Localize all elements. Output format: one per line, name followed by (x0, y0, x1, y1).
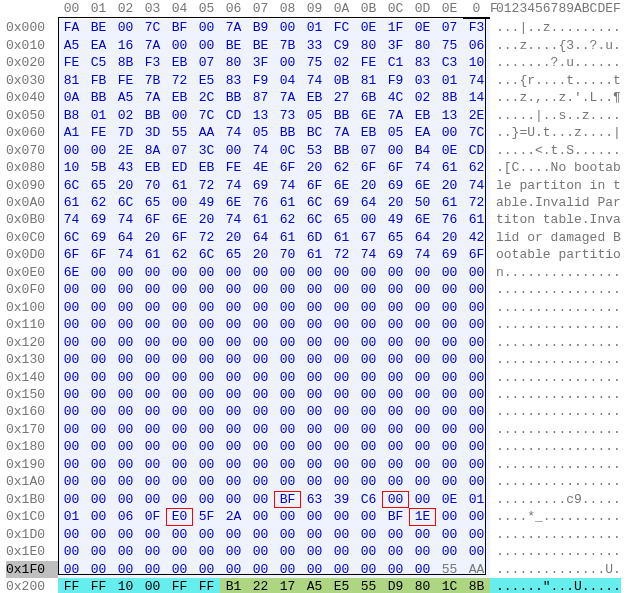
hex-byte[interactable]: 75 (436, 37, 463, 54)
hex-byte[interactable]: 00 (58, 526, 85, 543)
hex-byte[interactable]: 00 (166, 194, 193, 211)
hex-byte[interactable]: 07 (193, 54, 220, 71)
hex-byte[interactable]: 00 (328, 561, 355, 578)
hex-byte[interactable]: 00 (355, 386, 382, 403)
hex-byte[interactable]: 00 (436, 543, 463, 560)
hex-byte[interactable]: 00 (328, 351, 355, 368)
hex-byte[interactable]: 75 (301, 54, 328, 71)
hex-byte[interactable]: 7C (193, 107, 220, 124)
hex-byte[interactable]: 61 (139, 246, 166, 263)
hex-byte[interactable]: 00 (301, 299, 328, 316)
hex-byte[interactable]: 14 (463, 89, 490, 106)
hex-byte[interactable]: D9 (382, 578, 409, 593)
hex-byte[interactable]: 00 (355, 473, 382, 490)
hex-byte[interactable]: 00 (139, 561, 166, 578)
hex-byte[interactable]: 6F (139, 211, 166, 228)
hex-byte[interactable]: 00 (436, 281, 463, 298)
hex-byte[interactable]: A5 (301, 578, 328, 593)
hex-byte[interactable]: 83 (220, 72, 247, 89)
hex-byte[interactable]: 62 (166, 246, 193, 263)
hex-byte[interactable]: 00 (382, 281, 409, 298)
hex-byte[interactable]: 7A (139, 89, 166, 106)
hex-byte[interactable]: 00 (301, 456, 328, 473)
hex-byte[interactable]: 7A (328, 124, 355, 141)
hex-byte[interactable]: 00 (112, 299, 139, 316)
hex-byte[interactable]: 00 (166, 37, 193, 54)
hex-byte[interactable]: 00 (58, 491, 85, 508)
hex-byte[interactable]: 8B (436, 89, 463, 106)
hex-byte[interactable]: 00 (436, 508, 463, 525)
hex-byte[interactable]: 61 (58, 194, 85, 211)
hex-byte[interactable]: 00 (58, 561, 85, 578)
hex-byte[interactable]: 69 (382, 246, 409, 263)
hex-byte[interactable]: 81 (355, 72, 382, 89)
hex-byte[interactable]: 69 (382, 177, 409, 194)
hex-byte[interactable]: BC (301, 124, 328, 141)
hex-byte[interactable]: 07 (436, 19, 463, 36)
hex-byte[interactable]: 55 (166, 124, 193, 141)
hex-byte[interactable]: 00 (301, 264, 328, 281)
hex-byte[interactable]: 62 (463, 159, 490, 176)
hex-byte[interactable]: 00 (220, 421, 247, 438)
hex-byte[interactable]: 00 (301, 351, 328, 368)
hex-byte[interactable]: 74 (301, 72, 328, 89)
hex-byte[interactable]: 00 (463, 508, 490, 525)
hex-byte[interactable]: 00 (112, 543, 139, 560)
hex-byte[interactable]: 00 (301, 386, 328, 403)
hex-byte[interactable]: 00 (463, 526, 490, 543)
hex-byte[interactable]: 61 (301, 246, 328, 263)
hex-byte[interactable]: 2E (112, 142, 139, 159)
hex-byte[interactable]: 64 (112, 229, 139, 246)
hex-byte[interactable]: 0E (409, 19, 436, 36)
hex-byte[interactable]: 00 (85, 142, 112, 159)
hex-byte[interactable]: BB (274, 124, 301, 141)
hex-byte[interactable]: 61 (436, 194, 463, 211)
hex-byte[interactable]: 02 (328, 54, 355, 71)
hex-byte[interactable]: 00 (409, 264, 436, 281)
hex-byte[interactable]: 00 (463, 473, 490, 490)
hex-byte[interactable]: 72 (166, 72, 193, 89)
hex-byte[interactable]: 00 (274, 264, 301, 281)
hex-byte[interactable]: 00 (436, 386, 463, 403)
hex-byte[interactable]: 00 (409, 438, 436, 455)
hex-byte[interactable]: 00 (139, 334, 166, 351)
hex-byte[interactable]: 69 (85, 229, 112, 246)
hex-byte[interactable]: 00 (436, 526, 463, 543)
hex-byte[interactable]: 80 (409, 37, 436, 54)
hex-byte[interactable]: 00 (382, 334, 409, 351)
hex-byte[interactable]: 01 (463, 491, 490, 508)
hex-byte[interactable]: 20 (301, 159, 328, 176)
hex-byte[interactable]: 00 (409, 369, 436, 386)
hex-byte[interactable]: 00 (139, 473, 166, 490)
hex-byte[interactable]: 00 (139, 281, 166, 298)
hex-byte[interactable]: 00 (301, 526, 328, 543)
hex-byte[interactable]: 00 (274, 526, 301, 543)
hex-byte[interactable]: 8B (463, 578, 490, 593)
hex-byte[interactable]: 67 (355, 229, 382, 246)
hex-byte[interactable]: 00 (139, 403, 166, 420)
hex-byte[interactable]: 65 (139, 194, 166, 211)
hex-byte[interactable]: 61 (274, 194, 301, 211)
hex-byte[interactable]: 00 (409, 386, 436, 403)
hex-byte[interactable]: 00 (274, 543, 301, 560)
hex-byte[interactable]: 1F (382, 19, 409, 36)
hex-byte[interactable]: 00 (220, 281, 247, 298)
hex-byte[interactable]: 3F (382, 37, 409, 54)
hex-byte[interactable]: E5 (328, 578, 355, 593)
hex-byte[interactable]: 00 (355, 438, 382, 455)
hex-byte[interactable]: 00 (382, 299, 409, 316)
hex-byte[interactable]: 00 (193, 334, 220, 351)
hex-byte[interactable]: 03 (409, 72, 436, 89)
hex-byte[interactable]: 00 (355, 351, 382, 368)
hex-byte[interactable]: 74 (220, 177, 247, 194)
hex-byte[interactable]: 6C (301, 211, 328, 228)
hex-byte[interactable]: 74 (220, 124, 247, 141)
hex-byte[interactable]: 00 (112, 456, 139, 473)
hex-byte[interactable]: 00 (301, 543, 328, 560)
hex-byte[interactable]: 20 (220, 229, 247, 246)
hex-byte[interactable]: 00 (193, 264, 220, 281)
hex-byte[interactable]: 74 (463, 72, 490, 89)
hex-byte[interactable]: 00 (220, 369, 247, 386)
hex-byte[interactable]: 00 (85, 299, 112, 316)
hex-byte[interactable]: BE (247, 37, 274, 54)
